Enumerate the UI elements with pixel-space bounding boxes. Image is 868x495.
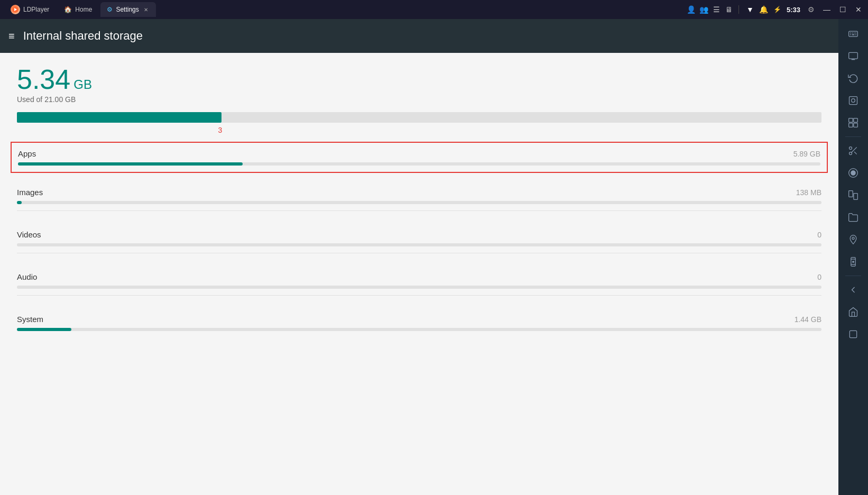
svg-rect-15 [849, 118, 853, 123]
status-icons: 👤 👥 ☰ 🖥 [686, 4, 741, 15]
svg-rect-6 [855, 33, 856, 34]
sidebar-icon-recent[interactable] [842, 324, 865, 345]
page-title: Internal shared storage [23, 29, 143, 43]
time-display: 5:33 [787, 6, 800, 14]
category-list: Apps 5.89 GB Images 138 MB [17, 142, 821, 335]
sidebar-icon-folder[interactable] [842, 207, 865, 228]
storage-value: 5.34 [17, 66, 70, 93]
storage-content[interactable]: 5.34 GB Used of 21.00 GB 3 Apps 5.89 GB [0, 53, 838, 495]
category-name-images: Images [17, 188, 43, 197]
display-icon[interactable]: 🖥 [724, 4, 734, 15]
sidebar-icon-display[interactable] [842, 45, 865, 67]
svg-rect-16 [854, 118, 858, 123]
sidebar-icon-rotate[interactable] [842, 68, 865, 89]
right-sidebar [838, 19, 868, 495]
sidebar-divider-1 [845, 136, 861, 137]
menu-icon[interactable]: ☰ [711, 4, 722, 15]
sidebar-icon-record[interactable] [842, 162, 865, 184]
svg-rect-7 [850, 34, 851, 35]
sidebar-icon-keyboard[interactable] [842, 23, 865, 44]
images-progress-fill [17, 201, 22, 204]
category-name-apps: Apps [18, 149, 36, 158]
svg-rect-2 [849, 31, 858, 36]
sidebar-icon-multi-window[interactable] [842, 185, 865, 206]
settings-gear-icon[interactable]: ⚙ [806, 4, 816, 15]
main-container: ≡ Internal shared storage 5.34 GB Used o… [0, 19, 868, 495]
ldplayer-logo-icon [11, 5, 20, 14]
category-size-images: 138 MB [796, 188, 821, 197]
progress-marker: 3 [218, 126, 223, 134]
category-item-apps[interactable]: Apps 5.89 GB [11, 142, 828, 173]
svg-rect-28 [849, 331, 856, 337]
title-bar: LDPlayer 🏠 Home ⚙ Settings ✕ 👤 👥 ☰ 🖥 ▼ 🔔… [0, 0, 868, 19]
category-size-videos: 0 [817, 231, 821, 239]
category-size-system: 1.44 GB [795, 315, 821, 324]
svg-rect-10 [849, 52, 858, 59]
svg-rect-13 [849, 97, 857, 105]
category-header-audio: Audio 0 [17, 272, 821, 281]
apps-progress-container [18, 162, 820, 166]
svg-rect-4 [852, 33, 853, 34]
category-header-images: Images 138 MB [17, 188, 821, 197]
android-area: ≡ Internal shared storage 5.34 GB Used o… [0, 19, 838, 495]
category-item-images[interactable]: Images 138 MB [17, 181, 821, 215]
sidebar-icon-home[interactable] [842, 301, 865, 323]
title-bar-right: 👤 👥 ☰ 🖥 ▼ 🔔 ⚡ 5:33 ⚙ — ☐ ✕ [686, 4, 864, 15]
images-divider [17, 210, 821, 211]
videos-divider [17, 253, 821, 253]
sidebar-icon-shake[interactable] [842, 251, 865, 272]
category-name-videos: Videos [17, 230, 41, 239]
settings-tab-label: Settings [116, 6, 138, 13]
ldplayer-tab-label: LDPlayer [23, 6, 49, 13]
svg-rect-9 [855, 34, 856, 35]
svg-rect-21 [849, 191, 853, 197]
total-progress-bar: 3 [17, 112, 821, 123]
sidebar-icon-back[interactable] [842, 279, 865, 300]
home-tab-label: Home [75, 6, 92, 13]
sidebar-icon-location[interactable] [842, 229, 865, 250]
apps-progress-fill [18, 162, 243, 166]
category-header-videos: Videos 0 [17, 230, 821, 239]
sidebar-icon-cut[interactable] [842, 140, 865, 161]
svg-rect-18 [854, 123, 858, 127]
minimize-button[interactable]: — [821, 4, 832, 15]
home-icon: 🏠 [64, 6, 72, 13]
header-bar: ≡ Internal shared storage [0, 19, 838, 53]
system-progress-container [17, 328, 821, 331]
total-progress-fill [17, 112, 221, 123]
svg-rect-17 [849, 123, 853, 127]
tab-close-settings[interactable]: ✕ [142, 6, 150, 13]
dnd-icon: 🔔 [759, 5, 768, 14]
time-area: 5:33 [787, 6, 800, 14]
category-header-apps: Apps 5.89 GB [18, 149, 820, 158]
category-item-system[interactable]: System 1.44 GB [17, 308, 821, 335]
audio-divider [17, 295, 821, 296]
sidebar-icon-resolution[interactable] [842, 112, 865, 133]
account-icon[interactable]: 👤 [686, 4, 696, 15]
system-progress-fill [17, 328, 71, 331]
svg-point-27 [853, 261, 854, 263]
category-item-audio[interactable]: Audio 0 [17, 266, 821, 300]
category-size-audio: 0 [817, 273, 821, 281]
tab-home[interactable]: 🏠 Home [58, 2, 98, 17]
hamburger-icon[interactable]: ≡ [8, 30, 15, 42]
category-item-videos[interactable]: Videos 0 [17, 224, 821, 258]
category-name-audio: Audio [17, 272, 37, 281]
tab-ldplayer[interactable]: LDPlayer [4, 2, 56, 17]
category-name-system: System [17, 315, 43, 324]
wifi-icon: ▼ [746, 5, 754, 14]
images-progress-container [17, 201, 821, 204]
close-button[interactable]: ✕ [853, 4, 864, 15]
tab-settings[interactable]: ⚙ Settings ✕ [100, 2, 155, 17]
svg-rect-22 [854, 194, 858, 200]
category-header-system: System 1.44 GB [17, 315, 821, 324]
divider [738, 5, 739, 14]
sidebar-icon-screenshot[interactable] [842, 90, 865, 111]
svg-point-14 [852, 99, 855, 103]
svg-rect-3 [850, 33, 851, 34]
settings-icon: ⚙ [107, 6, 113, 13]
battery-icon: ⚡ [773, 6, 781, 13]
maximize-button[interactable]: ☐ [837, 4, 848, 15]
title-bar-left: LDPlayer 🏠 Home ⚙ Settings ✕ [4, 2, 686, 17]
profile-icon[interactable]: 👥 [698, 4, 709, 15]
